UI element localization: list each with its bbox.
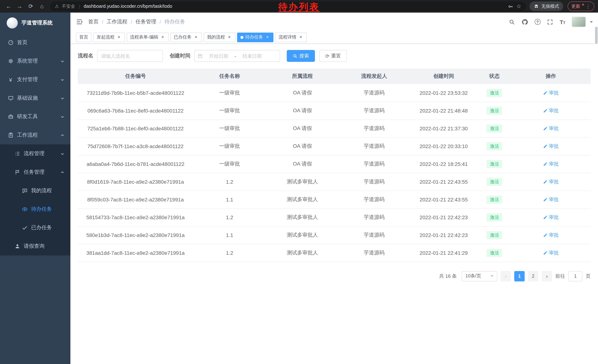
approve-link[interactable]: 审批 xyxy=(543,214,558,221)
page-button-2[interactable]: 2 xyxy=(528,271,538,281)
column-task-name: 任务名称 xyxy=(193,68,266,84)
back-button[interactable]: ← xyxy=(4,1,13,11)
sidebar-item-payment[interactable]: ¥ 支付管理 xyxy=(0,70,70,89)
close-icon[interactable]: × xyxy=(265,35,270,40)
user-avatar[interactable] xyxy=(572,17,586,27)
edit-icon xyxy=(543,180,548,184)
close-icon[interactable]: × xyxy=(298,35,303,40)
github-icon[interactable] xyxy=(522,18,528,25)
sidebar-item-todo-tasks[interactable]: 待办任务 xyxy=(0,200,70,218)
close-icon[interactable]: × xyxy=(193,35,199,40)
clipboard-icon xyxy=(8,132,14,138)
cell-task-id: 069c6a63-7b8a-11ec-8ef0-acde48001122 xyxy=(78,102,193,120)
menu-kebab-icon[interactable]: ⋮ xyxy=(586,4,590,9)
approve-link[interactable]: 审批 xyxy=(543,161,558,167)
font-size-icon[interactable]: TT xyxy=(560,19,565,25)
close-icon[interactable]: × xyxy=(227,35,232,40)
cell-process: 测试多审批人 xyxy=(266,173,339,191)
tab-start-process[interactable]: 发起流程 × xyxy=(93,32,125,42)
page-size-select[interactable]: 10条/页 xyxy=(462,271,497,281)
close-icon[interactable]: × xyxy=(160,35,165,40)
cell-create-time: 2022-01-22 21:48:48 xyxy=(410,102,478,120)
sidebar-item-process-management[interactable]: 流程管理 xyxy=(0,145,70,163)
breadcrumb-task-management[interactable]: 任务管理 xyxy=(136,18,156,25)
goto-page-input[interactable] xyxy=(568,271,582,281)
reload-button[interactable]: ⟳ xyxy=(26,1,36,11)
approve-link[interactable]: 审批 xyxy=(543,178,558,185)
chevron-up-icon xyxy=(60,170,65,174)
forward-button[interactable]: → xyxy=(15,1,25,11)
sidebar-item-task-management[interactable]: 任务管理 xyxy=(0,163,70,181)
close-icon[interactable]: × xyxy=(116,35,122,40)
approve-link[interactable]: 审批 xyxy=(543,90,558,96)
sidebar-item-label: 待办任务 xyxy=(31,206,52,212)
sidebar-item-workflow[interactable]: 工作流程 xyxy=(0,126,70,145)
sidebar-item-label: 工作流程 xyxy=(17,132,38,138)
edit-icon xyxy=(543,197,548,202)
approve-link[interactable]: 审批 xyxy=(543,250,558,256)
tab-process-detail[interactable]: 流程详情 × xyxy=(275,32,307,42)
breadcrumb-home[interactable]: 首页 xyxy=(88,18,99,25)
app-logo[interactable]: 芋道管理系统 xyxy=(0,13,70,33)
reset-button[interactable]: ⟳ 重置 xyxy=(319,50,347,62)
home-button[interactable]: ⌂ xyxy=(37,1,47,11)
sidebar-item-my-process[interactable]: 我的流程 xyxy=(0,181,70,200)
cell-status: 激活 xyxy=(478,155,511,173)
end-date-input[interactable] xyxy=(238,53,266,59)
help-icon[interactable]: ? xyxy=(534,19,540,25)
incognito-label: 无痕模式 xyxy=(541,3,559,9)
scrollbar-thumb[interactable] xyxy=(595,27,598,44)
sidebar-item-leave-query[interactable]: 请假查询 xyxy=(0,237,70,256)
sidebar-collapse-icon[interactable] xyxy=(75,18,83,25)
sidebar-item-infrastructure[interactable]: 基础设施 xyxy=(0,89,70,107)
column-create-time: 创建时间 xyxy=(410,68,478,84)
breadcrumb-workflow[interactable]: 工作流程 xyxy=(107,18,127,25)
cell-task-id: 381aa1dd-7ac8-11ec-a9e2-a2380e71991a xyxy=(78,244,193,262)
bookmark-star-icon[interactable]: ☆ xyxy=(516,3,521,10)
edit-icon xyxy=(543,126,548,131)
tab-todo-tasks[interactable]: 待办任务 × xyxy=(237,32,274,42)
process-name-input[interactable] xyxy=(97,50,163,62)
cell-task-name: 1.2 xyxy=(193,173,266,191)
cell-status: 激活 xyxy=(478,244,511,262)
tab-my-process[interactable]: 我的流程 × xyxy=(204,32,235,42)
start-date-input[interactable] xyxy=(205,53,232,59)
status-badge: 激活 xyxy=(487,142,502,150)
fullscreen-icon[interactable] xyxy=(547,18,553,25)
date-range-picker[interactable]: - xyxy=(194,50,280,62)
approve-link[interactable]: 审批 xyxy=(543,196,558,203)
approve-link[interactable]: 审批 xyxy=(543,125,558,132)
tab-process-form-edit[interactable]: 流程表单-编辑 × xyxy=(127,32,169,42)
chevron-down-icon xyxy=(490,275,493,277)
edit-icon xyxy=(543,233,548,237)
approve-link[interactable]: 审批 xyxy=(543,107,558,114)
date-separator: - xyxy=(234,53,236,59)
cell-status: 激活 xyxy=(478,191,511,209)
sidebar-item-done-tasks[interactable]: 已办任务 xyxy=(0,218,70,237)
sidebar-item-dev-tools[interactable]: 研发工具 xyxy=(0,107,70,126)
page-button-1[interactable]: 1 xyxy=(514,271,525,281)
cell-starter: 芋道源码 xyxy=(339,173,410,191)
key-icon[interactable] xyxy=(507,3,513,9)
page-scrollbar[interactable] xyxy=(595,25,598,364)
prev-page-button[interactable]: ‹ xyxy=(500,271,511,281)
chevron-down-icon[interactable] xyxy=(590,21,593,23)
approve-link[interactable]: 审批 xyxy=(543,143,558,150)
next-page-button[interactable]: › xyxy=(542,271,552,281)
toolbox-icon xyxy=(8,113,14,120)
update-button[interactable]: 更新 ⋮ xyxy=(568,1,594,11)
sidebar-item-system[interactable]: 系统管理 xyxy=(0,52,70,70)
status-badge: 激活 xyxy=(487,89,502,97)
tab-done-tasks[interactable]: 已办任务 × xyxy=(170,32,202,42)
app-frame: 芋道管理系统 首页 系统管理 ¥ 支付管理 基础设施 xyxy=(0,13,598,364)
approve-link[interactable]: 审批 xyxy=(543,232,558,238)
cell-task-name: 一级审批 xyxy=(193,102,266,120)
tab-home[interactable]: 首页 xyxy=(76,32,91,42)
search-icon[interactable] xyxy=(508,18,515,25)
url-text: dashboard.yudao.iocoder.cn/bpm/task/todo xyxy=(84,4,172,9)
cell-task-name: 一级审批 xyxy=(193,84,266,102)
pagination: 共 16 条 10条/页 ‹ 1 2 › 前往 页 xyxy=(78,271,590,281)
breadcrumb-current: 待办任务 xyxy=(164,18,185,25)
sidebar-item-home[interactable]: 首页 xyxy=(0,33,70,52)
search-button[interactable]: 搜索 xyxy=(287,50,315,62)
